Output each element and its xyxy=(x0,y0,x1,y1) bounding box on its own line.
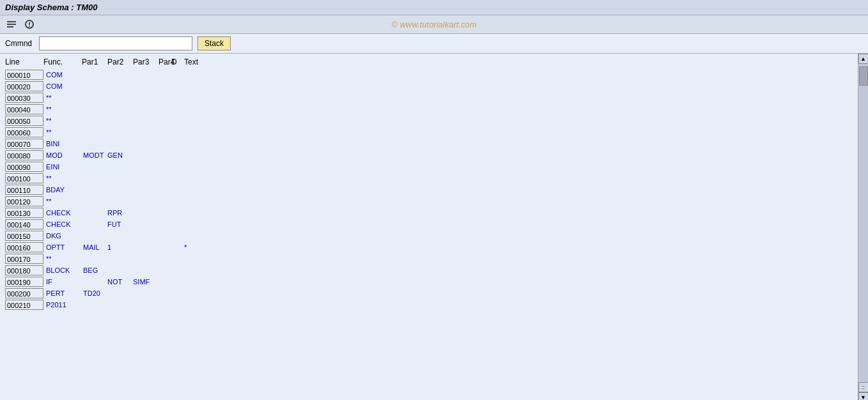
table-row[interactable]: 000160 OPTT MAIL 1 * xyxy=(0,242,858,253)
cell-func: COM xyxy=(43,81,82,92)
scroll-up-arrow[interactable]: ▲ xyxy=(858,54,869,64)
main-content: Line Func. Par1 Par2 Par3 Par4 D Text 00… xyxy=(0,54,868,400)
toolbar-icon-1[interactable] xyxy=(5,18,18,31)
svg-rect-1 xyxy=(7,24,16,25)
cell-func: ** xyxy=(43,104,82,115)
cell-func: BDAY xyxy=(43,184,82,196)
table-row[interactable]: 000100 ** xyxy=(0,173,858,184)
cell-func: ** xyxy=(43,173,82,184)
table-row[interactable]: 000210 P2011 xyxy=(0,299,858,311)
cell-func: ** xyxy=(43,92,82,104)
cell-func: OPTT xyxy=(43,242,82,253)
cell-func: COM xyxy=(43,69,82,81)
cell-line: 000080 xyxy=(5,150,43,160)
table-row[interactable]: 000040 ** xyxy=(0,104,858,115)
col-header-line: Line xyxy=(5,58,43,66)
watermark: © www.tutorialkart.com xyxy=(391,20,476,29)
cell-line: 000090 xyxy=(5,162,43,172)
svg-point-5 xyxy=(29,26,30,27)
col-header-par4: Par4 xyxy=(159,58,171,66)
toolbar: © www.tutorialkart.com xyxy=(0,15,868,34)
table-row[interactable]: 000120 ** xyxy=(0,196,858,207)
stack-button[interactable]: Stack xyxy=(198,36,231,50)
col-header-d: D xyxy=(171,58,184,66)
table-row[interactable]: 000110 BDAY xyxy=(0,184,858,196)
cell-func: EINI xyxy=(43,161,82,173)
table-row[interactable]: 000140 CHECK FUT xyxy=(0,219,858,230)
cell-line: 000020 xyxy=(5,81,43,91)
table-row[interactable]: 000050 ** xyxy=(0,115,858,127)
table-row[interactable]: 000080 MOD MODT GEN xyxy=(0,150,858,161)
cell-line: 000030 xyxy=(5,93,43,103)
cell-func: IF xyxy=(43,276,82,288)
scroll-track[interactable] xyxy=(858,64,869,382)
table-row[interactable]: 000010 COM xyxy=(0,69,858,81)
cell-par1: MAIL xyxy=(82,242,107,253)
cell-line: 000170 xyxy=(5,254,43,264)
col-header-par3: Par3 xyxy=(133,58,159,66)
command-input[interactable] xyxy=(39,36,192,50)
cell-line: 000190 xyxy=(5,277,43,287)
cell-func: CHECK xyxy=(43,219,82,230)
cell-line: 000050 xyxy=(5,116,43,126)
table-row[interactable]: 000150 DKG xyxy=(0,230,858,242)
table-row[interactable]: 000180 BLOCK BEG xyxy=(0,265,858,276)
scroll-thumb[interactable] xyxy=(859,66,868,86)
cell-line: 000070 xyxy=(5,139,43,149)
cell-line: 000150 xyxy=(5,231,43,241)
cell-line: 000200 xyxy=(5,288,43,298)
cell-line: 000160 xyxy=(5,242,43,252)
cell-func: BINI xyxy=(43,138,82,150)
cell-line: 000100 xyxy=(5,173,43,183)
cell-par2: GEN xyxy=(107,150,133,161)
cell-func: ** xyxy=(43,115,82,127)
content-area: Line Func. Par1 Par2 Par3 Par4 D Text 00… xyxy=(0,54,858,400)
page-title: Display Schema : TM00 xyxy=(5,3,98,12)
col-header-par1: Par1 xyxy=(82,58,107,66)
cell-func: ** xyxy=(43,253,82,265)
table-row[interactable]: 000170 ** xyxy=(0,253,858,265)
cell-par1: TD20 xyxy=(82,288,107,299)
table-row[interactable]: 000190 IF NOT SIMF xyxy=(0,276,858,288)
cell-func: CHECK xyxy=(43,207,82,219)
cell-line: 000130 xyxy=(5,208,43,218)
cell-par1: MODT xyxy=(82,150,107,161)
table-row[interactable]: 000020 COM xyxy=(0,81,858,92)
table-row[interactable]: 000200 PERT TD20 xyxy=(0,288,858,299)
cell-par2: 1 xyxy=(107,242,133,253)
cell-line: 000210 xyxy=(5,300,43,310)
table-row[interactable]: 000060 ** xyxy=(0,127,858,138)
cell-line: 000040 xyxy=(5,104,43,114)
cell-par3: SIMF xyxy=(133,276,159,288)
cell-line: 000180 xyxy=(5,265,43,275)
column-headers: Line Func. Par1 Par2 Par3 Par4 D Text xyxy=(0,56,858,68)
toolbar-icon-2[interactable] xyxy=(23,18,36,31)
table-row[interactable]: 000130 CHECK RPR xyxy=(0,207,858,219)
cell-func: PERT xyxy=(43,288,82,299)
cell-func: MOD xyxy=(43,150,82,161)
cell-par2: FUT xyxy=(107,219,133,230)
cell-par2: NOT xyxy=(107,276,133,288)
cell-par1: BEG xyxy=(82,265,107,276)
scroll-grip[interactable]: :: xyxy=(858,382,869,392)
svg-rect-0 xyxy=(7,21,16,22)
table-row[interactable]: 000070 BINI xyxy=(0,138,858,150)
cell-line: 000010 xyxy=(5,70,43,80)
cell-line: 000060 xyxy=(5,127,43,137)
title-bar: Display Schema : TM00 xyxy=(0,0,868,15)
cell-text: * xyxy=(184,242,853,253)
scrollbar-vertical[interactable]: ▲ :: ▼ xyxy=(858,54,868,400)
col-header-func: Func. xyxy=(43,58,82,66)
svg-rect-2 xyxy=(7,26,13,27)
cell-func: ** xyxy=(43,196,82,207)
cell-func: DKG xyxy=(43,230,82,242)
cell-line: 000110 xyxy=(5,185,43,195)
table-row[interactable]: 000090 EINI xyxy=(0,161,858,173)
cell-line: 000120 xyxy=(5,196,43,206)
cell-func: P2011 xyxy=(43,299,82,311)
col-header-par2: Par2 xyxy=(107,58,133,66)
table-row[interactable]: 000030 ** xyxy=(0,92,858,104)
cell-line: 000140 xyxy=(5,219,43,229)
command-label: Cmmnd xyxy=(5,39,34,48)
scroll-down-arrow[interactable]: ▼ xyxy=(858,392,869,400)
